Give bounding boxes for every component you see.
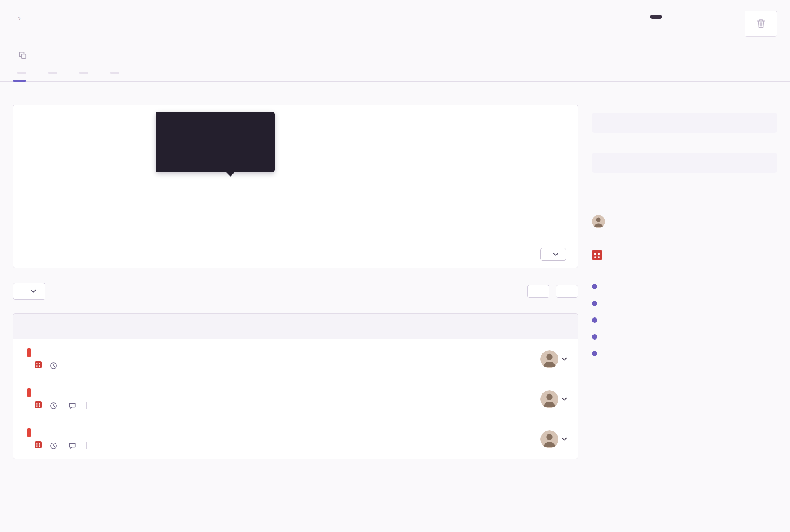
crash-free-item — [592, 284, 777, 292]
meta-divider — [86, 442, 87, 449]
timeline-bullet-icon — [592, 284, 597, 289]
tooltip-row-abnormal — [164, 128, 267, 133]
healthy-dot-icon — [558, 114, 563, 119]
chart-legend — [509, 114, 566, 119]
clock-icon — [50, 402, 57, 409]
legend-item-abnormal[interactable] — [525, 114, 533, 119]
chevron-down-icon — [562, 397, 567, 401]
sessions-chart-card — [13, 105, 578, 268]
timeline-bullet-icon — [592, 301, 597, 306]
timeline-bullet-icon — [592, 317, 597, 323]
detail-row-version — [592, 133, 777, 153]
crash-free-item — [592, 334, 777, 342]
crashed-dot-icon — [164, 119, 169, 124]
clock-icon — [50, 362, 57, 369]
tab-artifacts[interactable] — [106, 72, 119, 81]
crash-free-item — [592, 301, 777, 308]
tab-commits[interactable] — [44, 72, 57, 81]
stat-last-deploy — [645, 11, 662, 19]
assignee-dropdown[interactable] — [498, 430, 567, 448]
comment-icon — [69, 442, 76, 449]
tab-commits-count — [48, 72, 57, 74]
crashed-dot-icon — [509, 114, 514, 119]
crash-free-timeline — [592, 284, 777, 359]
chart-tooltip — [156, 112, 275, 172]
issues-table-header — [13, 314, 578, 339]
delete-release-button[interactable] — [745, 11, 777, 37]
issues-filter-select[interactable] — [13, 283, 45, 300]
open-in-issues-button[interactable] — [556, 285, 578, 298]
tabs-bar — [0, 72, 790, 82]
detail-row-first-event — [592, 153, 777, 173]
project-avatar-icon — [592, 250, 602, 262]
issue-row — [13, 419, 578, 459]
release-overview-page: › — [0, 0, 790, 459]
yaxis-select[interactable] — [540, 248, 566, 261]
healthy-dot-icon — [164, 146, 169, 151]
author-avatar — [592, 215, 605, 228]
issue-row — [13, 339, 578, 379]
environment-badge — [650, 15, 662, 19]
tab-files-changed[interactable] — [75, 72, 88, 81]
sessions-chart-plot — [46, 128, 568, 222]
comments-group — [69, 442, 79, 449]
crash-free-item — [592, 317, 777, 325]
legend-item-errored[interactable] — [542, 114, 550, 119]
comments-group — [69, 402, 79, 409]
tooltip-row-errored — [164, 137, 267, 142]
crash-free-item — [592, 351, 777, 359]
clock-icon — [50, 442, 57, 449]
error-level-icon — [27, 348, 31, 357]
detail-row-last-event — [592, 173, 777, 193]
page-header: › — [13, 11, 777, 37]
abnormal-dot-icon — [164, 128, 169, 133]
abnormal-dot-icon — [525, 114, 530, 119]
commit-author-row — [592, 215, 777, 228]
legend-item-crashed[interactable] — [509, 114, 517, 119]
chart-y-axis — [23, 128, 40, 222]
release-sidebar — [592, 105, 777, 378]
tab-overview-count — [17, 72, 26, 74]
comment-icon — [69, 402, 76, 409]
open-in-discover-button[interactable] — [527, 285, 549, 298]
trash-icon — [757, 19, 765, 29]
other-project-row — [592, 250, 777, 262]
timeline-bullet-icon — [592, 334, 597, 340]
copy-icon — [19, 51, 27, 59]
header-stats — [645, 11, 777, 37]
tab-overview[interactable] — [13, 72, 26, 81]
errored-dot-icon — [164, 137, 169, 142]
error-level-icon — [27, 428, 31, 437]
assignee-avatar — [540, 350, 558, 368]
issues-table-card — [13, 313, 578, 459]
issues-filter-bar — [13, 283, 578, 300]
issue-row — [13, 379, 578, 419]
tooltip-caret — [226, 172, 235, 177]
assignee-avatar — [540, 430, 558, 448]
project-avatar-icon — [35, 361, 42, 370]
tooltip-row-healthy — [164, 146, 267, 151]
copy-version-button[interactable] — [19, 51, 27, 59]
tab-files-changed-count — [79, 72, 88, 74]
tab-artifacts-count — [110, 72, 119, 74]
timeline-bullet-icon — [592, 351, 597, 356]
tooltip-timestamp — [156, 160, 275, 172]
assignee-avatar — [540, 390, 558, 408]
chevron-down-icon — [562, 357, 567, 361]
errored-dot-icon — [542, 114, 547, 119]
project-avatar-icon — [35, 441, 42, 450]
chart-x-axis — [46, 222, 568, 241]
assignee-dropdown[interactable] — [498, 350, 567, 368]
tooltip-row-crashed — [164, 119, 267, 124]
assignee-dropdown[interactable] — [498, 390, 567, 408]
breadcrumb: › — [13, 11, 26, 23]
project-avatar-icon — [35, 401, 42, 410]
chart-footer — [13, 241, 578, 268]
release-details-table — [592, 113, 777, 193]
breadcrumb-separator: › — [18, 13, 21, 22]
chevron-down-icon — [553, 253, 558, 256]
sessions-area-chart — [46, 128, 568, 222]
legend-item-healthy[interactable] — [558, 114, 566, 119]
error-level-icon — [27, 388, 31, 397]
chevron-down-icon — [31, 289, 36, 293]
